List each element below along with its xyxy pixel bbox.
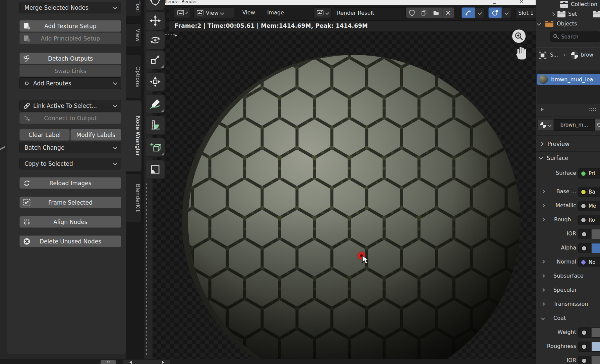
fake-user-button[interactable] [595, 119, 600, 131]
breadcrumb-object[interactable]: brow [581, 52, 593, 58]
material-name-field[interactable]: brown_m... [554, 119, 595, 131]
detach-outputs-button[interactable]: Detach Outputs [19, 53, 121, 64]
tab-blenderkit[interactable]: BlenderKit [126, 173, 141, 222]
duplicate-image-button[interactable] [418, 7, 430, 18]
prop-row-coat: Coat [536, 313, 600, 323]
maximize-button[interactable] [493, 1, 496, 4]
coat-weight-slider[interactable] [592, 327, 600, 338]
search-input-wrap[interactable] [550, 31, 600, 42]
coat-ior-slider[interactable] [592, 356, 600, 364]
merge-selected-nodes-dropdown[interactable]: Merge Selected Nodes [19, 2, 121, 13]
alpha-value-slider[interactable] [592, 243, 600, 253]
overlays-icon [491, 9, 499, 16]
chevron-right-icon[interactable] [541, 288, 545, 292]
copy-to-selected-label: Copy to Selected [24, 160, 73, 167]
material-browse-button[interactable] [537, 119, 553, 131]
play-expander-icon[interactable] [541, 107, 544, 112]
close-button[interactable]: ✕ [519, 0, 524, 5]
surface-shader-socket[interactable]: Pri [578, 168, 600, 178]
annotate-tool-button[interactable] [145, 94, 165, 113]
menu-image[interactable]: Image [267, 9, 284, 16]
divider [536, 66, 600, 66]
search-input[interactable] [561, 34, 595, 40]
coat-roughness-socket[interactable] [578, 342, 591, 352]
modify-labels-button[interactable]: Modify Labels [70, 129, 121, 141]
tab-view[interactable]: View [126, 23, 141, 47]
link-active-to-selected-dropdown[interactable]: Link Active To Select... [19, 100, 121, 112]
expand-region-arrow[interactable]: ▸ [175, 32, 177, 38]
add-principled-setup-button[interactable]: Add Principled Setup [19, 32, 121, 44]
copy-to-selected-dropdown[interactable]: Copy to Selected [19, 158, 121, 169]
rotate-tool-button[interactable] [145, 31, 165, 50]
gizmo-dropdown[interactable] [475, 7, 484, 18]
unlink-image-button[interactable] [442, 7, 454, 18]
chevron-down-icon[interactable] [541, 316, 545, 320]
connect-to-output-button[interactable]: 2 Connect to Output [19, 112, 121, 124]
coat-roughness-slider[interactable] [592, 342, 600, 352]
normal-socket[interactable]: No [578, 257, 600, 267]
breadcrumb-scene[interactable]: S... [550, 52, 558, 58]
reload-images-button[interactable]: Reload Images [19, 177, 121, 189]
gizmo-toggle-button[interactable] [462, 7, 475, 18]
measure-tool-button[interactable] [145, 116, 165, 135]
resize-grip-icon[interactable] [589, 108, 596, 111]
record-circle-button[interactable] [101, 360, 116, 364]
transform-tool-button[interactable] [145, 72, 165, 91]
image-datablock-button[interactable] [313, 7, 332, 18]
outliner-row-set[interactable]: Set [536, 10, 600, 19]
editor-type-button[interactable] [174, 7, 190, 18]
next-frame-arrow[interactable] [162, 361, 164, 364]
mode-dropdown[interactable]: View [193, 7, 234, 18]
window-titlebar[interactable]: Blender Render ✕ [153, 0, 536, 5]
add-cube-tool-button[interactable] [145, 138, 165, 157]
batch-change-dropdown[interactable]: Batch Change [19, 142, 121, 153]
add-texture-setup-button[interactable]: Add Texture Setup [19, 20, 121, 32]
extrude-corner-tool-button[interactable] [145, 160, 165, 179]
add-reroutes-dropdown[interactable]: Add Reroutes [19, 77, 121, 89]
zoom-gizmo-button[interactable] [512, 29, 526, 43]
swap-links-button[interactable]: Swap Links [19, 65, 121, 77]
tab-node-wrangler-label: Node Wrangler [135, 116, 141, 156]
move-tool-button[interactable] [145, 11, 165, 30]
prop-label: Weight [536, 329, 576, 335]
render-view-canvas[interactable]: View View Image Render Result [153, 5, 536, 360]
viewport-toolbar [145, 0, 166, 201]
add-reroutes-label: Add Reroutes [33, 80, 71, 87]
prev-frame-arrow[interactable] [129, 361, 132, 364]
outliner-row-objects[interactable]: Objects [536, 19, 600, 29]
outliner-row-collection[interactable]: Collection [536, 0, 600, 10]
menu-view[interactable]: View [242, 9, 255, 16]
chevron-right-icon[interactable] [541, 302, 545, 306]
metallic-socket[interactable]: Me [578, 201, 600, 211]
ior-socket[interactable] [578, 229, 591, 239]
align-nodes-button[interactable]: Align Nodes [19, 216, 121, 228]
open-image-button[interactable] [430, 7, 442, 18]
pan-gizmo-button[interactable] [514, 44, 529, 62]
surface-section-header[interactable]: Surface [536, 153, 600, 165]
material-slot-selected[interactable]: brown_mud_lea [537, 74, 600, 85]
tab-options[interactable]: Options [126, 55, 141, 98]
alpha-socket[interactable] [578, 243, 591, 253]
fake-user-shield-button[interactable] [406, 7, 418, 18]
roughness-socket[interactable]: Ro [578, 215, 600, 225]
overlays-dropdown[interactable] [502, 7, 511, 18]
frame-selected-button[interactable]: Frame Selected [19, 197, 121, 208]
tab-node-wrangler[interactable]: Node Wrangler [126, 100, 141, 171]
coat-ior-socket[interactable] [578, 356, 591, 364]
clear-label-button[interactable]: Clear Label [19, 129, 70, 141]
ior-value-slider[interactable] [592, 229, 600, 239]
cursor-tool-button[interactable] [145, 0, 165, 10]
preview-section-header[interactable]: Preview [536, 139, 600, 151]
coat-weight-socket[interactable] [578, 327, 591, 338]
delete-unused-nodes-button[interactable]: Delete Unused Nodes [19, 235, 121, 247]
chevron-right-icon[interactable] [541, 274, 545, 278]
scale-tool-button[interactable] [145, 50, 165, 69]
tab-tool[interactable]: Tool [126, 0, 141, 16]
overlays-toggle-button[interactable] [488, 7, 502, 18]
slot-dropdown[interactable]: Slot 1 [515, 7, 536, 18]
expand-icon[interactable] [551, 12, 555, 16]
base-color-socket[interactable]: Ba [578, 187, 600, 197]
collapse-icon[interactable] [537, 21, 541, 26]
slot-list-footer [536, 106, 600, 113]
image-name-field[interactable]: Render Result [332, 7, 406, 18]
